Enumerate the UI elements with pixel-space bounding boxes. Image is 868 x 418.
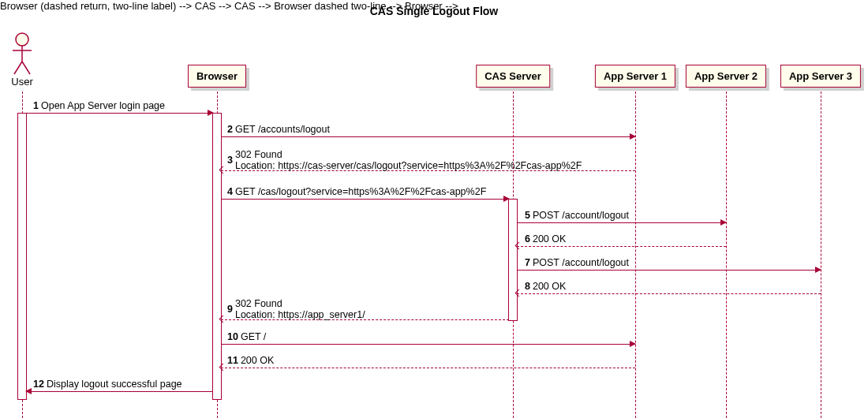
msg-11-arrow bbox=[221, 368, 635, 368]
msg-10-arrow bbox=[221, 344, 635, 345]
msg-4-arrow bbox=[221, 199, 509, 200]
msg-7-arrow bbox=[517, 270, 821, 271]
msg-1-arrow bbox=[26, 113, 213, 114]
participant-app2: App Server 2 bbox=[686, 65, 766, 88]
msg-8-label: 8200 OK bbox=[525, 281, 566, 292]
participant-browser: Browser bbox=[188, 65, 246, 88]
msg-4-label: 4GET /cas/logout?service=https%3A%2F%2Fc… bbox=[227, 186, 486, 197]
msg-3-label: 3302 FoundLocation: https://cas-server/c… bbox=[227, 149, 582, 172]
lifeline-app3 bbox=[821, 91, 821, 418]
lifeline-app2 bbox=[726, 91, 727, 418]
svg-line-4 bbox=[22, 62, 30, 74]
msg-7-label: 7POST /account/logout bbox=[525, 257, 629, 268]
svg-point-0 bbox=[16, 33, 28, 46]
msg-6-label: 6200 OK bbox=[525, 233, 566, 244]
svg-line-3 bbox=[14, 62, 22, 74]
activation-user bbox=[17, 113, 27, 400]
msg-10-label: 10GET / bbox=[227, 331, 266, 342]
msg-12-label: 12Display logout successful page bbox=[33, 379, 182, 390]
diagram-stage: CAS Single Logout Flow User Browser CAS … bbox=[0, 0, 868, 418]
msg-8-arrow bbox=[517, 293, 821, 294]
msg-11-label: 11200 OK bbox=[227, 355, 274, 366]
activation-cas bbox=[508, 199, 518, 321]
msg-9-label: 9302 FoundLocation: https://app_server1/ bbox=[227, 298, 365, 321]
msg-6-arrow bbox=[517, 246, 726, 247]
user-actor-icon bbox=[11, 32, 33, 76]
participant-app1: App Server 1 bbox=[595, 65, 675, 88]
msg-12-arrow bbox=[26, 391, 213, 392]
lifeline-app1 bbox=[635, 91, 636, 418]
participant-app3: App Server 3 bbox=[780, 65, 861, 88]
msg-2-label: 2GET /accounts/logout bbox=[227, 124, 330, 135]
msg-5-label: 5POST /account/logout bbox=[525, 210, 629, 221]
msg-2-arrow bbox=[221, 136, 635, 137]
activation-browser bbox=[212, 113, 222, 400]
participant-user-label: User bbox=[11, 76, 32, 88]
msg-5-arrow bbox=[517, 222, 726, 223]
participant-cas: CAS Server bbox=[476, 65, 550, 88]
msg-1-label: 1Open App Server login page bbox=[33, 100, 165, 111]
diagram-title: CAS Single Logout Flow bbox=[0, 5, 868, 17]
